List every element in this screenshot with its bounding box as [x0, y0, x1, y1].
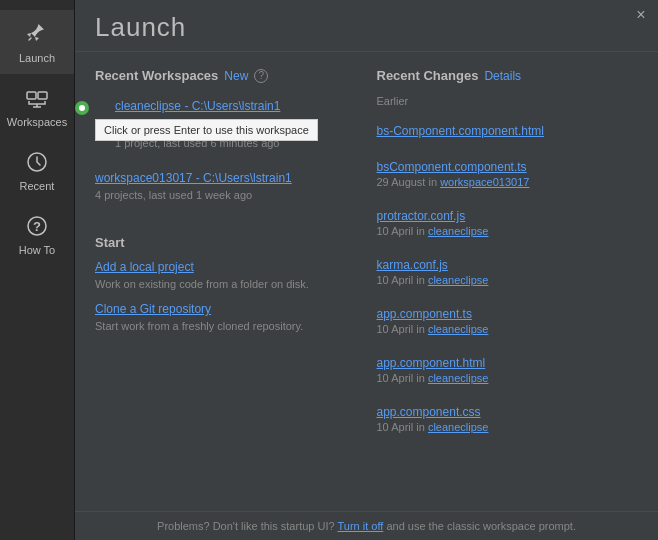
- sidebar-item-howto[interactable]: ? How To: [0, 202, 74, 266]
- footer-text-after: and use the classic workspace prompt.: [386, 520, 576, 532]
- start-section: Start Add a local project Work on existi…: [95, 235, 357, 344]
- change-link-bs-ts[interactable]: bsComponent.component.ts: [377, 160, 527, 174]
- change-item-bs-html: bs-Component.component.html: [377, 121, 639, 139]
- workspace-ref-app-ts[interactable]: cleaneclipse: [428, 323, 489, 335]
- sidebar-item-launch[interactable]: Launch: [0, 10, 74, 74]
- recent-workspaces-header: Recent Workspaces New ?: [95, 68, 357, 83]
- change-meta-karma: 10 April in cleaneclipse: [377, 274, 639, 286]
- workspaces-icon: [23, 84, 51, 112]
- svg-text:?: ?: [33, 219, 41, 234]
- change-meta-app-ts: 10 April in cleaneclipse: [377, 323, 639, 335]
- close-button[interactable]: ×: [632, 6, 650, 24]
- footer: Problems? Don't like this startup UI? Tu…: [75, 511, 658, 540]
- left-panel: Recent Workspaces New ? cleaneclipse - C…: [95, 68, 357, 495]
- change-link-app-ts[interactable]: app.component.ts: [377, 307, 472, 321]
- workspace-ref-app-html[interactable]: cleaneclipse: [428, 372, 489, 384]
- add-local-project-desc: Work on existing code from a folder on d…: [95, 278, 309, 290]
- change-item-bs-ts: bsComponent.component.ts 29 August in wo…: [377, 157, 639, 188]
- sidebar-label-launch: Launch: [19, 52, 55, 64]
- recent-icon: [23, 148, 51, 176]
- sidebar-label-workspaces: Workspaces: [7, 116, 67, 128]
- launch-icon: [23, 20, 51, 48]
- sidebar-item-workspaces[interactable]: Workspaces: [0, 74, 74, 138]
- sidebar-item-recent[interactable]: Recent: [0, 138, 74, 202]
- right-panel: Recent Changes Details Earlier bs-Compon…: [377, 68, 639, 495]
- workspace-link-cleaneclipse[interactable]: cleaneclipse - C:\Users\lstrain1: [115, 99, 357, 113]
- main-panel: Launch × Recent Workspaces New ? cleanec…: [75, 0, 658, 540]
- sidebar-label-recent: Recent: [20, 180, 55, 192]
- change-link-protractor[interactable]: protractor.conf.js: [377, 209, 466, 223]
- workspace-ref-karma[interactable]: cleaneclipse: [428, 274, 489, 286]
- svg-rect-0: [27, 92, 36, 99]
- details-link[interactable]: Details: [484, 69, 521, 83]
- sidebar: Launch Workspaces Recent: [0, 0, 75, 540]
- new-workspace-link[interactable]: New: [224, 69, 248, 83]
- workspace-ref-app-css[interactable]: cleaneclipse: [428, 421, 489, 433]
- help-icon[interactable]: ?: [254, 69, 268, 83]
- howto-icon: ?: [23, 212, 51, 240]
- change-meta-protractor: 10 April in cleaneclipse: [377, 225, 639, 237]
- change-meta-bs-ts: 29 August in workspace013017: [377, 176, 639, 188]
- add-local-project-link[interactable]: Add a local project: [95, 260, 357, 274]
- workspace-meta-013017: 4 projects, last used 1 week ago: [95, 189, 252, 201]
- title-bar: Launch ×: [75, 0, 658, 52]
- recent-changes-title: Recent Changes: [377, 68, 479, 83]
- workspace-link-013017[interactable]: workspace013017 - C:\Users\lstrain1: [95, 171, 357, 185]
- workspace-item-cleaneclipse: cleaneclipse - C:\Users\lstrain1 Click o…: [95, 99, 357, 149]
- clone-git-item: Clone a Git repository Start work from a…: [95, 302, 357, 334]
- change-link-app-css[interactable]: app.component.css: [377, 405, 481, 419]
- footer-text: Problems? Don't like this startup UI?: [157, 520, 335, 532]
- change-item-app-ts: app.component.ts 10 April in cleaneclips…: [377, 304, 639, 335]
- change-item-app-html: app.component.html 10 April in cleanecli…: [377, 353, 639, 384]
- page-title: Launch: [95, 12, 186, 43]
- change-meta-app-html: 10 April in cleaneclipse: [377, 372, 639, 384]
- add-local-project-item: Add a local project Work on existing cod…: [95, 260, 357, 292]
- change-item-app-css: app.component.css 10 April in cleaneclip…: [377, 402, 639, 433]
- change-item-karma: karma.conf.js 10 April in cleaneclipse: [377, 255, 639, 286]
- change-item-protractor: protractor.conf.js 10 April in cleanecli…: [377, 206, 639, 237]
- clone-git-desc: Start work from a freshly cloned reposit…: [95, 320, 303, 332]
- earlier-label: Earlier: [377, 95, 639, 107]
- workspace-ref-protractor[interactable]: cleaneclipse: [428, 225, 489, 237]
- clone-git-link[interactable]: Clone a Git repository: [95, 302, 357, 316]
- workspace-tooltip: Click or press Enter to use this workspa…: [95, 119, 318, 141]
- content-area: Recent Workspaces New ? cleaneclipse - C…: [75, 52, 658, 511]
- recent-workspaces-title: Recent Workspaces: [95, 68, 218, 83]
- recent-changes-header: Recent Changes Details: [377, 68, 639, 83]
- turn-off-link[interactable]: Turn it off: [337, 520, 383, 532]
- change-link-app-html[interactable]: app.component.html: [377, 356, 486, 370]
- sidebar-label-howto: How To: [19, 244, 55, 256]
- change-link-bs-html[interactable]: bs-Component.component.html: [377, 124, 544, 138]
- change-meta-app-css: 10 April in cleaneclipse: [377, 421, 639, 433]
- workspace-ref-bs-ts[interactable]: workspace013017: [440, 176, 529, 188]
- start-title: Start: [95, 235, 357, 250]
- svg-rect-1: [38, 92, 47, 99]
- workspace-item-workspace013017: workspace013017 - C:\Users\lstrain1 4 pr…: [95, 171, 357, 203]
- active-workspace-indicator: [75, 101, 89, 115]
- change-link-karma[interactable]: karma.conf.js: [377, 258, 448, 272]
